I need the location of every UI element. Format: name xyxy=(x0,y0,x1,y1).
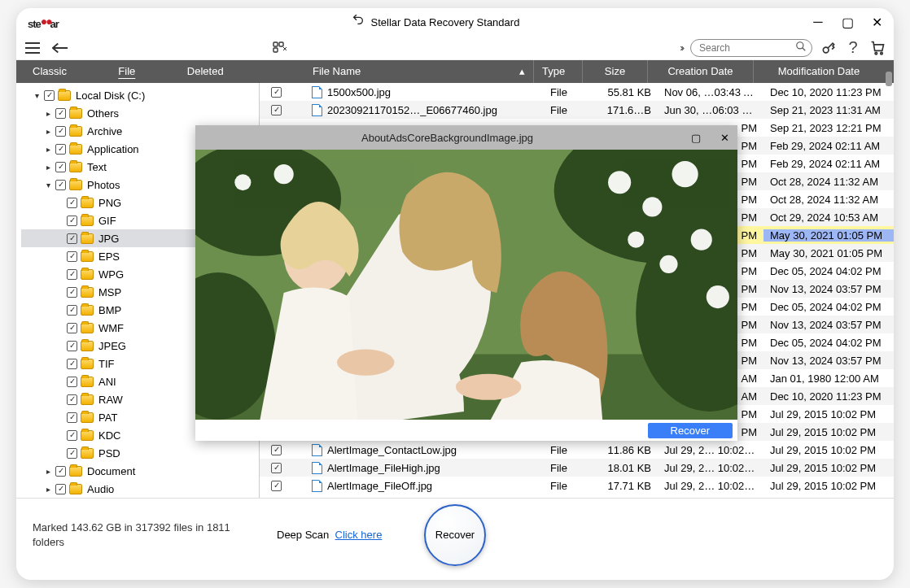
caret-icon[interactable]: ▸ xyxy=(44,127,52,136)
folder-icon xyxy=(81,305,94,316)
tree-label: Local Disk (C:) xyxy=(76,89,145,102)
recover-button[interactable]: Recover xyxy=(424,504,486,566)
caret-icon[interactable]: ▸ xyxy=(44,145,52,154)
col-creation-date[interactable]: Creation Date xyxy=(648,60,754,83)
tree-node[interactable]: ▸ ✓ Audio xyxy=(21,480,259,498)
svg-point-20 xyxy=(234,174,251,190)
menu-icon[interactable] xyxy=(24,40,41,56)
table-row[interactable]: ✓ AlertImage_FileHigh.jpg File 18.01 KB … xyxy=(260,459,894,477)
checkbox[interactable]: ✓ xyxy=(67,341,77,351)
tree-node[interactable]: ▸ ✓ Document xyxy=(21,462,259,480)
tree-label: EPS xyxy=(98,250,120,263)
search-icon[interactable] xyxy=(795,41,807,54)
tree-label: Text xyxy=(87,161,107,173)
tree-node[interactable]: ✓ PSD xyxy=(21,444,259,462)
caret-icon[interactable]: ▸ xyxy=(44,163,52,172)
cell-mdate: Sep 21, 2023 12:21 PM xyxy=(763,122,894,134)
help-icon[interactable]: ? xyxy=(845,40,861,56)
cell-type: File xyxy=(544,444,593,456)
cell-mdate: Oct 29, 2024 10:53 AM xyxy=(763,211,894,224)
preview-titlebar[interactable]: AboutAdsCoreBackgroundImage.jpg ▢ ✕ xyxy=(195,125,737,150)
preview-filename: AboutAdsCoreBackgroundImage.jpg xyxy=(203,132,691,144)
caret-icon[interactable]: ▾ xyxy=(44,181,52,189)
close-button[interactable]: ✕ xyxy=(871,16,882,28)
caret-icon[interactable]: ▸ xyxy=(44,109,52,118)
svg-point-26 xyxy=(456,374,521,400)
filename: AlertImage_ContactLow.jpg xyxy=(327,444,457,456)
deepscan-link[interactable]: Click here xyxy=(335,529,383,541)
checkbox[interactable]: ✓ xyxy=(55,108,66,119)
checkbox[interactable]: ✓ xyxy=(55,126,66,137)
undo-icon[interactable] xyxy=(352,15,365,30)
checkbox[interactable]: ✓ xyxy=(67,377,77,387)
tree-node[interactable]: ▾ ✓ Local Disk (C:) xyxy=(21,86,259,104)
back-button[interactable] xyxy=(52,40,68,56)
caret-icon[interactable]: ▾ xyxy=(33,91,41,100)
file-icon xyxy=(312,86,322,98)
preview-recover-button[interactable]: Recover xyxy=(648,423,733,438)
maximize-button[interactable]: ▢ xyxy=(842,16,853,28)
cart-icon[interactable] xyxy=(869,40,886,56)
table-row[interactable]: ✓ AlertImage_FileOff.jpg File 17.71 KB J… xyxy=(260,477,894,494)
checkbox[interactable]: ✓ xyxy=(67,233,77,244)
cell-size: 18.01 KB xyxy=(593,462,658,474)
preview-close-button[interactable]: ✕ xyxy=(720,132,729,144)
checkbox[interactable]: ✓ xyxy=(67,448,77,459)
search-input[interactable] xyxy=(699,42,781,54)
checkbox[interactable]: ✓ xyxy=(67,412,77,423)
checkbox[interactable]: ✓ xyxy=(67,394,77,405)
expand-icon[interactable]: ›› xyxy=(680,41,682,54)
svg-rect-2 xyxy=(273,48,278,52)
checkbox[interactable]: ✓ xyxy=(67,323,77,333)
checkbox[interactable]: ✓ xyxy=(67,287,77,298)
checkbox[interactable]: ✓ xyxy=(55,484,66,494)
key-icon[interactable] xyxy=(820,40,837,56)
checkbox[interactable]: ✓ xyxy=(55,466,66,477)
window-title: Stellar Data Recovery Standard xyxy=(371,16,520,28)
tab-deleted-list[interactable]: Deleted List xyxy=(171,60,259,83)
checkbox[interactable]: ✓ xyxy=(55,162,66,172)
col-modification-date[interactable]: Modification Date xyxy=(754,60,884,83)
checkbox[interactable]: ✓ xyxy=(55,180,66,190)
checkbox[interactable]: ✓ xyxy=(44,90,55,101)
minimize-button[interactable]: ─ xyxy=(812,16,824,28)
col-filename[interactable]: File Name▴ xyxy=(304,60,534,83)
checkbox[interactable]: ✓ xyxy=(67,430,77,441)
grid-view-icon[interactable] xyxy=(272,40,288,56)
checkbox[interactable]: ✓ xyxy=(55,144,66,155)
cell-mdate: Nov 13, 2024 03:57 PM xyxy=(763,355,894,367)
checkbox[interactable]: ✓ xyxy=(67,305,77,316)
table-row[interactable]: ✓ 1500x500.jpg File 55.81 KB Nov 06, …03… xyxy=(260,83,894,101)
table-row[interactable]: ✓ AlertImage_ContactLow.jpg File 11.86 K… xyxy=(260,441,894,459)
preview-maximize-button[interactable]: ▢ xyxy=(691,132,701,144)
table-row[interactable]: ✓ 20230921170152…_E06677460.jpg File 171… xyxy=(260,101,894,119)
checkbox[interactable]: ✓ xyxy=(67,359,77,369)
tab-classic-list[interactable]: Classic List xyxy=(16,60,102,83)
row-checkbox[interactable]: ✓ xyxy=(271,445,282,455)
caret-icon[interactable]: ▸ xyxy=(44,485,52,494)
col-type[interactable]: Type xyxy=(534,60,583,83)
folder-icon xyxy=(69,108,82,119)
deepscan-label: Deep Scan xyxy=(277,529,329,541)
tab-file-list[interactable]: File List xyxy=(102,60,171,83)
col-size[interactable]: Size xyxy=(583,60,648,83)
svg-point-18 xyxy=(707,285,729,308)
search-box[interactable] xyxy=(690,39,812,57)
checkbox[interactable]: ✓ xyxy=(67,198,77,208)
row-checkbox[interactable]: ✓ xyxy=(271,87,282,98)
cell-type: File xyxy=(544,480,593,492)
tree-node[interactable]: ▸ ✓ Others xyxy=(21,104,259,122)
checkbox[interactable]: ✓ xyxy=(67,251,77,262)
checkbox[interactable]: ✓ xyxy=(67,216,77,226)
tree-label: WPG xyxy=(98,268,124,281)
app-window: ste● ●ar Stellar Data Recovery Standard … xyxy=(16,8,894,580)
cell-size: 11.86 KB xyxy=(593,444,658,456)
cell-mdate: May 30, 2021 01:05 PM xyxy=(763,247,894,259)
row-checkbox[interactable]: ✓ xyxy=(271,481,282,491)
filename: 20230921170152…_E06677460.jpg xyxy=(327,104,497,116)
caret-icon[interactable]: ▸ xyxy=(44,467,52,476)
row-checkbox[interactable]: ✓ xyxy=(271,105,282,115)
checkbox[interactable]: ✓ xyxy=(67,269,77,280)
cell-mdate: Feb 29, 2024 02:11 AM xyxy=(763,140,894,152)
row-checkbox[interactable]: ✓ xyxy=(271,463,282,473)
